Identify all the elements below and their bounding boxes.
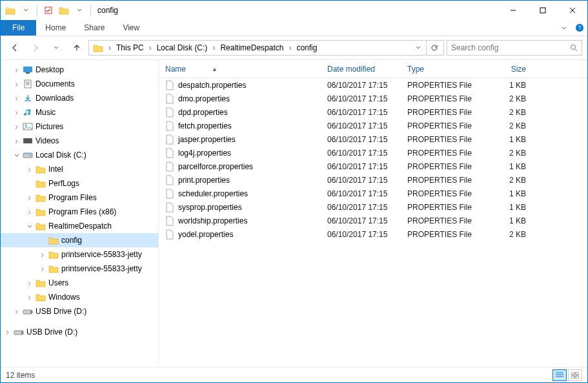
expand-icon[interactable] [39, 252, 48, 258]
file-name: dmo.properties [178, 94, 230, 103]
tab-share[interactable]: Share [75, 20, 114, 36]
expand-icon[interactable] [14, 81, 23, 87]
chevron-right-icon[interactable]: › [148, 43, 153, 52]
titlebar: config [1, 1, 587, 20]
ribbon-expand-icon[interactable] [556, 20, 572, 36]
expand-icon[interactable] [26, 195, 35, 201]
svg-point-4 [571, 45, 576, 50]
breadcrumb-realtimedespatch[interactable]: RealtimeDespatch [218, 41, 286, 55]
tree-item[interactable]: Windows [1, 290, 158, 304]
col-name[interactable]: Name▲ [159, 65, 321, 74]
tree-item[interactable]: Local Disk (C:) [1, 148, 158, 162]
tab-home[interactable]: Home [36, 20, 75, 36]
tree-item[interactable]: Documents [1, 77, 158, 91]
col-date[interactable]: Date modified [321, 65, 401, 74]
navigation-tree[interactable]: DesktopDocumentsDownloadsMusicPicturesVi… [1, 60, 159, 367]
address-dropdown-icon[interactable] [412, 45, 425, 50]
properties-icon[interactable] [41, 3, 56, 17]
file-icon [165, 121, 174, 131]
expand-icon[interactable] [14, 67, 23, 73]
expand-icon[interactable] [26, 280, 35, 286]
search-box[interactable]: Search config [447, 40, 582, 56]
col-type[interactable]: Type [401, 65, 478, 74]
tree-item[interactable]: USB Drive (D:) [1, 304, 158, 318]
tree-item[interactable]: USB Drive (D:) [1, 325, 158, 339]
breadcrumb-local-disk[interactable]: Local Disk (C:) [154, 41, 210, 55]
breadcrumb-this-pc[interactable]: This PC [114, 41, 147, 55]
qat-dropdown-icon[interactable] [19, 3, 33, 17]
tree-item[interactable]: Desktop [1, 63, 158, 77]
folder-icon [48, 236, 59, 245]
file-row[interactable]: worldship.properties06/10/2017 17:15PROP… [159, 214, 587, 227]
tree-item-label: Local Disk (C:) [33, 150, 86, 160]
new-folder-icon[interactable] [57, 3, 71, 17]
large-icons-view-button[interactable] [568, 369, 582, 381]
recent-locations-button[interactable] [47, 39, 65, 57]
chevron-right-icon[interactable]: › [107, 43, 112, 52]
expand-icon[interactable] [26, 167, 35, 172]
expand-icon[interactable] [26, 223, 35, 229]
expand-icon[interactable] [14, 110, 23, 116]
tree-item[interactable]: RealtimeDespatch [1, 219, 158, 233]
expand-icon[interactable] [39, 266, 48, 272]
expand-icon[interactable] [5, 329, 14, 335]
tree-item[interactable]: Videos [1, 134, 158, 148]
tab-view[interactable]: View [114, 20, 148, 36]
col-size[interactable]: Size [478, 65, 536, 74]
help-icon[interactable]: ? [572, 20, 587, 36]
file-row[interactable]: scheduler.properties06/10/2017 17:15PROP… [159, 187, 587, 200]
tree-item[interactable]: printservice-55833-jetty [1, 247, 158, 262]
tree-item[interactable]: Program Files (x86) [1, 205, 158, 219]
tree-item[interactable]: Pictures [1, 119, 158, 134]
folder-icon [48, 250, 59, 259]
file-icon [165, 134, 174, 145]
expand-icon[interactable] [26, 209, 35, 215]
forward-button[interactable] [26, 39, 45, 57]
file-row[interactable]: dmo.properties06/10/2017 17:15PROPERTIES… [159, 92, 587, 105]
address-bar[interactable]: › This PC › Local Disk (C:) › RealtimeDe… [88, 40, 444, 56]
tree-item-label: config [59, 236, 82, 245]
breadcrumb-root-icon[interactable] [90, 41, 106, 55]
file-list[interactable]: despatch.properties06/10/2017 17:15PROPE… [159, 78, 587, 367]
file-name: dpd.properties [178, 108, 228, 117]
tree-item[interactable]: printservice-55833-jetty [1, 262, 158, 276]
file-size: 2 KB [478, 108, 536, 117]
expand-icon[interactable] [14, 152, 23, 158]
file-tab[interactable]: File [1, 20, 36, 36]
details-view-button[interactable] [553, 369, 567, 381]
tree-item[interactable]: PerfLogs [1, 176, 158, 191]
file-row[interactable]: dpd.properties06/10/2017 17:15PROPERTIES… [159, 105, 587, 119]
refresh-button[interactable] [426, 41, 442, 55]
expand-icon[interactable] [14, 124, 23, 130]
chevron-right-icon[interactable]: › [211, 43, 216, 52]
file-row[interactable]: fetch.properties06/10/2017 17:15PROPERTI… [159, 119, 587, 132]
svg-rect-6 [26, 72, 30, 74]
minimize-button[interactable] [498, 1, 528, 20]
tree-item[interactable]: Program Files [1, 191, 158, 205]
file-row[interactable]: log4j.properties06/10/2017 17:15PROPERTI… [159, 146, 587, 160]
breadcrumb-config[interactable]: config [294, 41, 319, 55]
file-row[interactable]: despatch.properties06/10/2017 17:15PROPE… [159, 78, 587, 92]
tree-item[interactable]: config [1, 233, 158, 247]
expand-icon[interactable] [14, 138, 23, 144]
expand-icon[interactable] [26, 295, 35, 300]
folder-icon[interactable] [3, 3, 17, 17]
file-row[interactable]: jasper.properties06/10/2017 17:15PROPERT… [159, 132, 587, 146]
back-button[interactable] [6, 39, 24, 57]
file-row[interactable]: sysprop.properties06/10/2017 17:15PROPER… [159, 200, 587, 214]
tree-item[interactable]: Music [1, 105, 158, 119]
expand-icon[interactable] [14, 96, 23, 101]
tree-item[interactable]: Intel [1, 162, 158, 176]
close-button[interactable] [558, 1, 587, 20]
qat-customize-icon[interactable] [72, 3, 86, 17]
tree-item[interactable]: Users [1, 276, 158, 290]
file-row[interactable]: parcelforce.properties06/10/2017 17:15PR… [159, 160, 587, 173]
maximize-button[interactable] [528, 1, 558, 20]
chevron-right-icon[interactable]: › [287, 43, 292, 52]
tree-item[interactable]: Downloads [1, 91, 158, 105]
file-row[interactable]: yodel.properties06/10/2017 17:15PROPERTI… [159, 227, 587, 241]
expand-icon[interactable] [14, 309, 23, 315]
up-button[interactable] [68, 39, 86, 57]
file-row[interactable]: print.properties06/10/2017 17:15PROPERTI… [159, 173, 587, 187]
tree-item-label: Desktop [33, 65, 64, 74]
